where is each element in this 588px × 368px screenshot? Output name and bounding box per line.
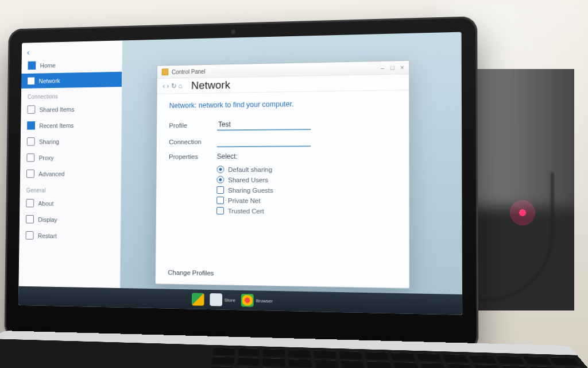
properties-hint: Select: bbox=[217, 152, 238, 160]
option-label: Private Net bbox=[228, 197, 261, 204]
field-row-profile: Profile bbox=[169, 117, 396, 131]
sidebar-item-label: Sharing bbox=[39, 138, 59, 145]
taskbar-label: Browser bbox=[256, 298, 273, 304]
scene-photo: ‹ Home Network Connections Shared Items … bbox=[0, 0, 588, 368]
sidebar-item-label: Restart bbox=[38, 232, 57, 239]
option-label: Sharing Guests bbox=[228, 186, 273, 193]
taskbar-app-icon[interactable] bbox=[192, 293, 204, 305]
list-icon bbox=[27, 121, 35, 130]
home-icon bbox=[28, 62, 36, 70]
option-row[interactable]: Shared Users bbox=[216, 176, 396, 183]
option-row[interactable]: Default sharing bbox=[217, 165, 396, 173]
taskbar-browser-icon[interactable] bbox=[241, 294, 254, 307]
list-icon bbox=[26, 170, 34, 178]
taskbar-label: Store bbox=[225, 297, 235, 302]
sidebar-group-head: General bbox=[20, 182, 121, 195]
sidebar-item-label: Network bbox=[38, 77, 60, 84]
dialog-subtitle: Network: network to find your computer. bbox=[169, 99, 396, 110]
taskbar-store-icon[interactable] bbox=[210, 293, 222, 306]
properties-label: Properties bbox=[169, 153, 217, 160]
desktop: ‹ Home Network Connections Shared Items … bbox=[18, 32, 462, 315]
option-label: Default sharing bbox=[228, 166, 272, 172]
sidebar-item-home[interactable]: Home bbox=[21, 56, 122, 74]
list-icon bbox=[26, 215, 34, 224]
checkbox-icon bbox=[216, 207, 224, 214]
field-row-connection: Connection bbox=[169, 135, 396, 148]
sidebar-item-label: Proxy bbox=[39, 154, 54, 161]
sidebar-item-label: Shared Items bbox=[40, 106, 75, 113]
network-dialog: Control Panel – □ × ‹ › ↻ ⌂ Network Netw… bbox=[155, 60, 410, 289]
dialog-heading: Network bbox=[191, 79, 230, 92]
network-icon bbox=[28, 77, 34, 85]
checkbox-icon bbox=[216, 197, 224, 204]
profile-input[interactable] bbox=[217, 118, 311, 131]
properties-row: Properties Select: bbox=[169, 152, 396, 161]
sidebar-item-label: Advanced bbox=[38, 170, 64, 177]
sidebar-item-network[interactable]: Network bbox=[21, 72, 122, 89]
sidebar-group-head: Connections bbox=[21, 87, 122, 102]
sidebar-item-label: About bbox=[38, 200, 54, 206]
list-icon bbox=[27, 137, 35, 146]
window-icon bbox=[162, 68, 169, 75]
option-row[interactable]: Trusted Cert bbox=[216, 207, 396, 216]
option-label: Trusted Cert bbox=[228, 207, 264, 214]
sidebar-item[interactable]: About bbox=[20, 195, 121, 212]
maximize-button[interactable]: □ bbox=[390, 64, 394, 71]
sidebar-item[interactable]: Recent Items bbox=[21, 117, 121, 134]
keyboard-keys bbox=[208, 347, 588, 368]
list-icon bbox=[26, 154, 34, 162]
list-icon bbox=[27, 105, 35, 114]
field-label: Profile bbox=[169, 122, 217, 129]
sidebar-item[interactable]: Restart bbox=[19, 227, 120, 244]
option-row[interactable]: Sharing Guests bbox=[216, 186, 396, 194]
sidebar-item-label: Home bbox=[40, 62, 56, 68]
list-icon bbox=[26, 231, 34, 240]
list-icon bbox=[26, 199, 34, 208]
dialog-title-text: Control Panel bbox=[172, 68, 206, 75]
laptop-screen: ‹ Home Network Connections Shared Items … bbox=[18, 32, 462, 315]
sidebar-item-label: Display bbox=[38, 216, 57, 223]
dialog-body: Network: network to find your computer. … bbox=[156, 90, 409, 224]
sidebar-item[interactable]: Display bbox=[20, 211, 121, 228]
option-row[interactable]: Private Net bbox=[216, 197, 396, 205]
minimize-button[interactable]: – bbox=[381, 64, 384, 71]
laptop: ‹ Home Network Connections Shared Items … bbox=[4, 16, 478, 351]
sidebar-item[interactable]: Proxy bbox=[20, 149, 121, 166]
radio-icon bbox=[216, 176, 224, 183]
settings-sidebar: ‹ Home Network Connections Shared Items … bbox=[18, 40, 122, 288]
dialog-footer-link[interactable]: Change Profiles bbox=[168, 269, 214, 277]
connection-input[interactable] bbox=[217, 135, 311, 147]
sidebar-item[interactable]: Advanced bbox=[20, 166, 121, 182]
sidebar-item-label: Recent Items bbox=[39, 122, 74, 129]
radio-icon bbox=[217, 166, 225, 173]
sidebar-item[interactable]: Shared Items bbox=[21, 100, 121, 117]
sidebar-item[interactable]: Sharing bbox=[21, 133, 121, 150]
field-label: Connection bbox=[169, 138, 217, 145]
nav-glyphs[interactable]: ‹ › ↻ ⌂ bbox=[163, 82, 182, 90]
checkbox-icon bbox=[216, 186, 224, 194]
close-button[interactable]: × bbox=[400, 64, 404, 71]
option-label: Shared Users bbox=[228, 176, 268, 183]
